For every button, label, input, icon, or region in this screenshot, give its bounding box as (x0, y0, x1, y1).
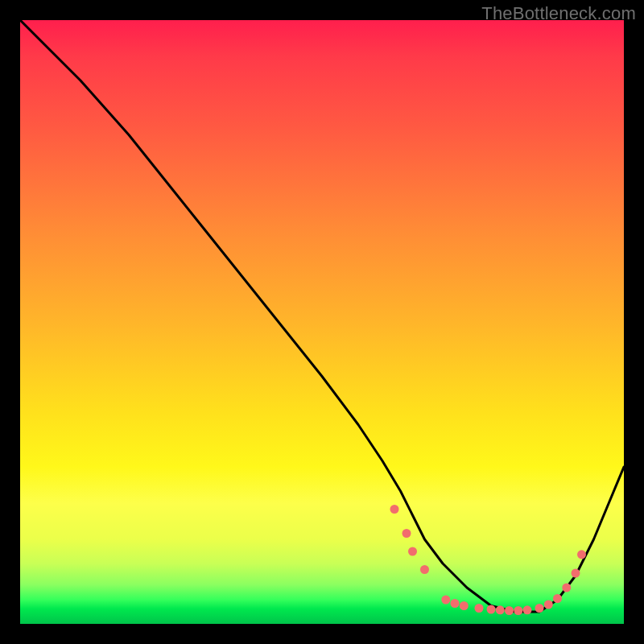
marker-dot (577, 550, 586, 559)
marker-dot (514, 606, 522, 615)
marker-dot (460, 601, 469, 610)
marker-dot (475, 604, 484, 613)
marker-dot (535, 604, 544, 613)
marker-dot (487, 605, 496, 614)
marker-dot (523, 605, 532, 614)
marker-dot (408, 547, 417, 556)
chart-svg (20, 20, 624, 624)
chart-frame: TheBottleneck.com (0, 0, 644, 644)
marker-dot (402, 529, 411, 538)
marker-dot (451, 599, 460, 608)
marker-dot (553, 594, 562, 603)
marker-dot (505, 606, 514, 615)
main-curve (20, 20, 624, 612)
marker-dot (390, 505, 399, 514)
marker-dot (572, 569, 580, 578)
marker-dots (390, 505, 587, 615)
marker-dot (562, 584, 571, 592)
marker-dot (420, 565, 429, 574)
plot-area (20, 20, 624, 624)
marker-dot (441, 596, 450, 605)
marker-dot (496, 605, 505, 614)
marker-dot (544, 601, 553, 609)
